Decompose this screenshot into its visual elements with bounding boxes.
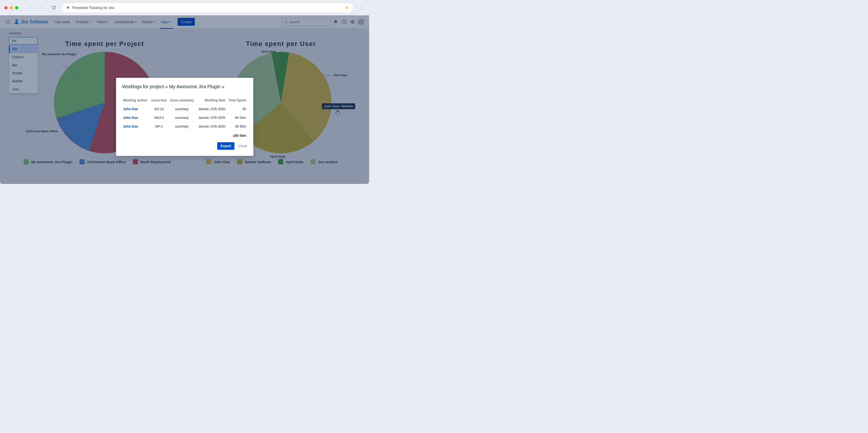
total-time: 18h 54m — [122, 131, 247, 137]
author-link[interactable]: John Doe — [123, 107, 138, 111]
author-link[interactable]: John Doe — [123, 116, 138, 120]
lock-icon — [66, 6, 69, 10]
col-author: Worklog author — [122, 96, 150, 105]
worklogs-table: Worklog author Issue Key Issue summary W… — [122, 96, 247, 131]
traffic-lights — [4, 6, 19, 9]
minimize-window-icon[interactable] — [10, 6, 13, 9]
reload-button[interactable] — [50, 4, 58, 11]
table-row: John Doe MAJ-3 summary Janvier, 07th 202… — [122, 114, 247, 122]
modal-overlay[interactable]: Worklogs for project « My Awesome Jira P… — [0, 15, 369, 184]
browser-menu-icon[interactable]: ⋮ — [357, 5, 365, 10]
table-row: John Doe OP-1 summary Janvier, 07th 2020… — [122, 122, 247, 131]
col-time: Time Spent — [226, 96, 247, 105]
close-button[interactable]: Close — [239, 144, 247, 148]
col-summary: Issue summary — [168, 96, 196, 105]
col-date: Worklog date — [196, 96, 226, 105]
page-title: Timesheet Tracking for Jira — [72, 6, 114, 10]
close-window-icon[interactable] — [4, 6, 7, 9]
table-row: John Doe MJ-13 summary Janvier, 07th 202… — [122, 105, 247, 114]
col-issue-key: Issue Key — [150, 96, 168, 105]
browser-chrome: Timesheet Tracking for Jira ★ ⋮ — [0, 0, 369, 15]
back-button[interactable] — [27, 4, 35, 11]
export-button[interactable]: Export — [217, 142, 234, 150]
modal-title: Worklogs for project « My Awesome Jira P… — [122, 84, 247, 89]
address-bar[interactable]: Timesheet Tracking for Jira ★ — [62, 3, 353, 12]
forward-button[interactable] — [37, 4, 44, 11]
bookmark-star-icon[interactable]: ★ — [345, 5, 348, 10]
maximize-window-icon[interactable] — [15, 6, 19, 9]
worklogs-modal: Worklogs for project « My Awesome Jira P… — [116, 78, 253, 156]
author-link[interactable]: John Doe — [123, 125, 138, 128]
